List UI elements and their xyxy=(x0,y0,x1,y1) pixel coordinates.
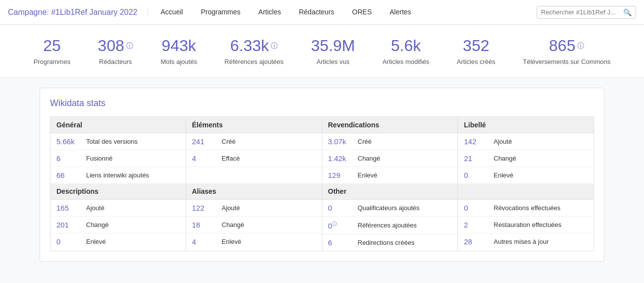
aliases-val-2: 4 xyxy=(192,237,217,246)
stat-telechargements-value: 865ⓘ xyxy=(549,37,584,55)
nav-accueil[interactable]: Accueil xyxy=(152,1,192,24)
info-icon-references[interactable]: ⓘ xyxy=(271,42,278,51)
stat-programmes-label: Programmes xyxy=(34,58,70,65)
other-val-0: 0 xyxy=(328,204,353,212)
stat-articles-vus-label: Articles vus xyxy=(317,58,349,65)
info-icon-references-other[interactable]: ⓘ xyxy=(332,221,337,226)
wikidata-grid-row2: Descriptions 165 Ajouté 201 Changé 0 Enl… xyxy=(50,183,594,251)
col-revendications-header: Revendications xyxy=(322,117,458,133)
descriptions-row-0: 165 Ajouté xyxy=(50,200,186,217)
info-icon-telechargements[interactable]: ⓘ xyxy=(577,42,584,51)
other-val-2: 6 xyxy=(328,238,353,247)
general-val-1: 6 xyxy=(56,154,81,163)
other-extra-val-2: 28 xyxy=(464,237,489,246)
search-input[interactable] xyxy=(541,8,620,16)
other-lbl-2: Redirections créées xyxy=(358,239,415,246)
stat-redacteurs-value: 308ⓘ xyxy=(98,37,133,55)
col-revendications: Revendications 3.07k Créé 1.42k Changé 1… xyxy=(322,116,458,184)
stat-mots-value: 943k xyxy=(162,37,196,55)
aliases-val-0: 122 xyxy=(192,204,217,212)
other-row-0: 0 Qualificateurs ajoutés xyxy=(322,200,458,217)
stat-programmes: 25 Programmes xyxy=(34,37,70,65)
col-elements-header: Éléments xyxy=(186,117,322,133)
general-val-2: 66 xyxy=(56,171,81,179)
stat-mots: 943k Mots ajoutés xyxy=(160,37,197,65)
nav-programmes[interactable]: Programmes xyxy=(192,1,249,24)
stat-references-label: Références ajoutées xyxy=(225,58,284,65)
col-other-extra: 0 Révocations effectuées 2 Restauration … xyxy=(458,183,594,251)
nav-ores[interactable]: ORES xyxy=(343,1,381,24)
stat-programmes-value: 25 xyxy=(43,37,61,55)
elements-val-0: 241 xyxy=(192,137,217,146)
stat-articles-crees: 352 Articles créés xyxy=(457,37,495,65)
libelle-row-1: 21 Changé xyxy=(458,150,594,167)
descriptions-lbl-1: Changé xyxy=(86,221,109,228)
elements-row-1: 4 Effacé xyxy=(186,150,322,167)
col-elements: Éléments 241 Créé 4 Effacé xyxy=(186,116,322,184)
stat-articles-crees-value: 352 xyxy=(463,37,489,55)
stat-articles-modifies-label: Articles modifiés xyxy=(383,58,430,65)
stat-articles-crees-label: Articles créés xyxy=(457,58,495,65)
col-general-header: Général xyxy=(50,117,186,133)
revendications-lbl-1: Changé xyxy=(358,155,381,162)
elements-row-0: 241 Créé xyxy=(186,133,322,150)
descriptions-val-1: 201 xyxy=(56,221,81,229)
general-row-0: 5.66k Total des versions xyxy=(50,133,186,150)
stat-redacteurs-label: Rédacteurs xyxy=(99,58,132,65)
descriptions-lbl-0: Ajouté xyxy=(86,204,104,212)
campaign-title: Campagne: #1Lib1Ref January 2022 xyxy=(8,8,148,17)
revendications-row-2: 129 Enlevé xyxy=(322,167,458,183)
col-other: Other 0 Qualificateurs ajoutés 0ⓘ Référe… xyxy=(322,183,458,251)
libelle-row-2: 0 Enlevé xyxy=(458,167,594,183)
wikidata-section: Wikidata stats Général 5.66k Total des v… xyxy=(40,88,604,262)
stat-telechargements-label: Téléversements sur Commons xyxy=(523,58,610,65)
nav-articles[interactable]: Articles xyxy=(249,1,290,24)
libelle-val-2: 0 xyxy=(464,171,489,179)
revendications-row-1: 1.42k Changé xyxy=(322,150,458,167)
elements-val-1: 4 xyxy=(192,154,217,163)
libelle-lbl-2: Enlevé xyxy=(494,171,513,179)
elements-lbl-2 xyxy=(222,171,224,179)
col-libelle-header: Libellé xyxy=(458,117,594,133)
stat-telechargements: 865ⓘ Téléversements sur Commons xyxy=(523,37,610,65)
wikidata-title: Wikidata stats xyxy=(50,98,594,109)
other-row-1: 0ⓘ Références ajoutées xyxy=(322,217,458,234)
revendications-lbl-2: Enlevé xyxy=(358,171,378,179)
aliases-row-2: 4 Enlevé xyxy=(186,233,322,250)
general-row-1: 6 Fusionné xyxy=(50,150,186,167)
stat-articles-modifies: 5.6k Articles modifiés xyxy=(383,37,430,65)
elements-lbl-1: Effacé xyxy=(222,155,240,162)
other-extra-row-2: 28 Autres mises à jour xyxy=(458,233,594,250)
col-descriptions-header: Descriptions xyxy=(50,183,186,200)
other-lbl-0: Qualificateurs ajoutés xyxy=(358,204,420,212)
general-row-2: 66 Liens interwiki ajoutés xyxy=(50,167,186,183)
aliases-row-1: 18 Changé xyxy=(186,217,322,233)
col-libelle: Libellé 142 Ajouté 21 Changé 0 Enlevé xyxy=(458,116,594,184)
descriptions-val-2: 0 xyxy=(56,237,81,246)
libelle-val-0: 142 xyxy=(464,137,489,146)
descriptions-val-0: 165 xyxy=(56,204,81,212)
wikidata-grid-row1: Général 5.66k Total des versions 6 Fusio… xyxy=(50,116,594,184)
other-extra-val-1: 2 xyxy=(464,221,489,229)
other-lbl-1: Références ajoutées xyxy=(358,222,417,229)
descriptions-lbl-2: Enlevé xyxy=(86,238,106,245)
nav-links: Accueil Programmes Articles Rédacteurs O… xyxy=(152,1,537,24)
revendications-val-2: 129 xyxy=(328,171,353,179)
nav-alertes[interactable]: Alertes xyxy=(381,1,420,24)
header: Campagne: #1Lib1Ref January 2022 Accueil… xyxy=(0,0,644,25)
stat-articles-vus-value: 35.9M xyxy=(311,37,355,55)
revendications-row-0: 3.07k Créé xyxy=(322,133,458,150)
search-area[interactable]: 🔍 xyxy=(537,6,636,19)
stat-redacteurs: 308ⓘ Rédacteurs xyxy=(98,37,133,65)
elements-row-2 xyxy=(186,167,322,183)
other-extra-row-0: 0 Révocations effectuées xyxy=(458,200,594,217)
libelle-lbl-0: Ajouté xyxy=(494,138,512,145)
aliases-val-1: 18 xyxy=(192,221,217,229)
search-icon: 🔍 xyxy=(623,8,632,16)
nav-redacteurs[interactable]: Rédacteurs xyxy=(290,1,344,24)
col-other-extra-header xyxy=(458,183,594,200)
stat-articles-vus: 35.9M Articles vus xyxy=(311,37,355,65)
elements-lbl-0: Créé xyxy=(222,138,236,145)
info-icon-redacteurs[interactable]: ⓘ xyxy=(126,42,133,51)
other-extra-lbl-0: Révocations effectuées xyxy=(494,204,560,212)
